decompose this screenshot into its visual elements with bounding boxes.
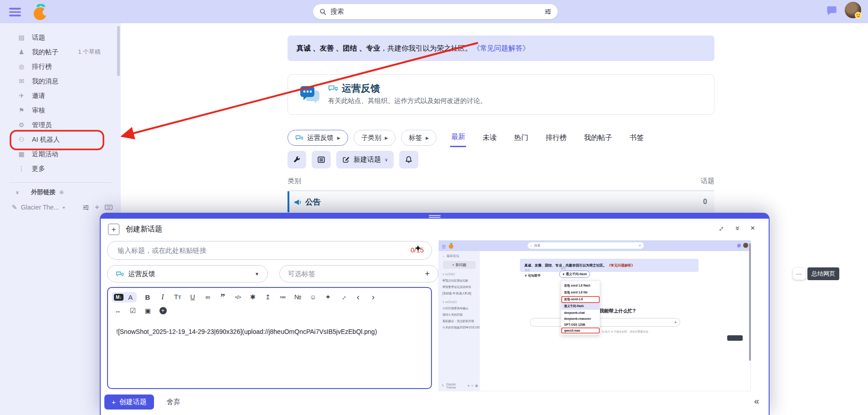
composer-editor: M↓ A BITтU∞”</>✱↥≔№☺✦↔‹› ↔☑▣+ ![SnowShot…: [107, 287, 432, 389]
banner-text: ，共建你我引以为荣之社区。: [380, 44, 472, 53]
composer-category-select[interactable]: 运营反馈 ▼: [107, 265, 268, 282]
toolbar-button-ai-helper[interactable]: ✦: [322, 291, 334, 303]
sidebar-item-icon: ✈: [15, 92, 27, 99]
create-topic-button[interactable]: + 创建话题: [104, 395, 154, 410]
nav-tab[interactable]: 排行榜: [544, 129, 568, 147]
mini-summarize-badge: [727, 335, 743, 341]
faq-link[interactable]: 《常见问题解答》: [473, 44, 529, 53]
nav-tab[interactable]: 最新: [450, 128, 466, 147]
toolbar-button-fullwidth[interactable]: ↔: [112, 305, 124, 317]
search-input[interactable]: 搜索: [313, 4, 558, 19]
mini-hamburger-icon: [442, 244, 446, 249]
toolbar-button-bold[interactable]: B: [141, 291, 154, 303]
category-filter-pill[interactable]: 运营反馈 ▶: [288, 130, 348, 146]
list-view-button[interactable]: [312, 151, 331, 169]
toolbar-button-ordered-list[interactable]: №: [292, 291, 304, 303]
mini-sidebar: ← 返回论坛 + 新问题 ∨ 11月8日 帮我总结近期论坛帖帮我整理论坛活动内容…: [439, 251, 480, 391]
new-topic-button[interactable]: 新建话题 ∨: [336, 151, 394, 169]
composer-body-textarea[interactable]: ![SnowShot_2025-12-19_14-29-23|690x326](…: [108, 321, 431, 388]
sidebar-scrollbar[interactable]: [117, 26, 120, 76]
toolbar-button-underline[interactable]: U: [186, 291, 199, 303]
sidebar-item-leaderboard[interactable]: ◎ 排行榜: [0, 59, 121, 74]
mini-chat-icon: [737, 244, 741, 247]
mini-conversation-item: 询问今天的日期: [439, 312, 480, 318]
toolbar-button-insert-more[interactable]: +: [157, 305, 169, 317]
ai-sparkle-icon[interactable]: ✦: [414, 243, 422, 254]
toolbar-button-redo[interactable]: ›: [367, 291, 379, 303]
pencil-icon: [342, 156, 350, 164]
composer-tags-select[interactable]: 可选标签 +: [279, 265, 438, 282]
toolbar-button-quote[interactable]: ”: [216, 291, 229, 303]
toolbar-button-emoji[interactable]: ☺: [307, 291, 319, 303]
nav-tab[interactable]: 热门: [513, 129, 529, 147]
more-options-icon[interactable]: ⋯: [793, 268, 806, 280]
close-button[interactable]: ×: [750, 224, 755, 233]
toolbar-button-code[interactable]: </>: [231, 291, 244, 303]
category-row-公告[interactable]: 公告 0: [288, 191, 714, 212]
toolbar-button-link[interactable]: ∞: [201, 291, 214, 303]
nav-tab[interactable]: 未读: [482, 129, 498, 147]
sidebar-item-my-posts[interactable]: ♟ 我的帖子 1 个草稿: [0, 45, 121, 59]
mini-model-option: GPT-OSS 120B: [561, 322, 600, 328]
toolbar-button-upload[interactable]: ↥: [262, 291, 274, 303]
nav-tab[interactable]: 我的帖子: [583, 129, 613, 147]
subcategory-filter-pill[interactable]: 子类别 ▶: [354, 130, 395, 146]
summarize-widget: ⋯ 总结网页: [793, 267, 839, 280]
discard-button[interactable]: 舍弃: [167, 398, 180, 406]
topic-title-input[interactable]: [107, 241, 432, 260]
category-table: 类别 话题 公告 0: [288, 177, 714, 212]
mini-role-label: 角色: [525, 269, 530, 272]
draft-count-badge: 1 个草稿: [78, 48, 101, 56]
sidebar-item-review[interactable]: ⚑ 审核: [0, 103, 121, 118]
chevron-right-icon: ▶: [337, 136, 340, 140]
topic-controls: 新建话题 ∨: [288, 151, 418, 169]
toolbar-button-minimize[interactable]: ↔: [337, 291, 349, 303]
toolbar-button-gallery[interactable]: ▣: [142, 305, 154, 317]
mini-conversation-item: 今天的日期是2025年10月19日: [439, 324, 480, 331]
uploaded-image-preview: ⌕搜索≑ ← 返回论坛 + 新问题 ∨ 11月8日 帮我总结近期论坛帖帮我整理论…: [438, 240, 751, 391]
fullscreen-button[interactable]: ↔: [717, 224, 724, 233]
mini-banner: 真诚、友善、团结、专业，共建你我引以为荣之社区。《常见问题解答》: [520, 259, 699, 272]
mini-role-select: ∨ 论坛助手: [524, 273, 541, 278]
sidebar-item-admin[interactable]: ⚙ 管理员: [0, 118, 121, 132]
preview-scrollbar[interactable]: [749, 243, 751, 361]
sidebar-item-more[interactable]: ⋮ 更多: [0, 161, 121, 176]
category-settings-button[interactable]: [288, 151, 306, 169]
search-filter-icon[interactable]: [544, 8, 551, 15]
toolbar-button-undo[interactable]: ‹: [352, 291, 364, 303]
plus-icon[interactable]: +: [95, 203, 99, 212]
minimize-button[interactable]: »: [735, 224, 740, 233]
toolbar-button-bullet-list[interactable]: ≔: [277, 291, 289, 303]
sidebar-item-my-messages[interactable]: ✉ 我的消息: [0, 74, 121, 88]
toolbar-button-task-list[interactable]: ☑: [127, 305, 139, 317]
sidebar-item-invites[interactable]: ✈ 邀请: [0, 88, 121, 103]
keyboard-icon[interactable]: [105, 205, 113, 210]
sidebar-item-topics[interactable]: ▤ 话题: [0, 30, 121, 45]
filter-icon[interactable]: [82, 204, 89, 211]
markdown-mode-button[interactable]: M↓: [114, 294, 123, 301]
composer-resize-grip[interactable]: [101, 214, 769, 219]
notification-bell-button[interactable]: [399, 151, 418, 169]
rich-text-mode-button[interactable]: A: [126, 293, 134, 301]
toolbar-button-italic[interactable]: I: [156, 291, 169, 303]
toolbar-button-footnote[interactable]: ✱: [247, 291, 259, 303]
summarize-page-button[interactable]: 总结网页: [807, 267, 839, 280]
chat-icon[interactable]: [826, 5, 838, 17]
sidebar-section-external-links[interactable]: ∨ 外部链接 ⊕: [0, 184, 121, 200]
chat-icon: [116, 271, 124, 277]
theme-switcher[interactable]: ✎ Glacier The... ▾ +: [0, 200, 121, 215]
hamburger-menu-icon[interactable]: [9, 6, 21, 17]
toolbar-button-heading[interactable]: Tт: [171, 291, 184, 303]
sidebar-item-icon: ▤: [15, 34, 27, 41]
column-topics: 话题: [701, 177, 714, 185]
collapse-preview-button[interactable]: «: [754, 396, 759, 406]
sidebar-item-icon: ✉: [15, 77, 27, 85]
nav-tab[interactable]: 书签: [629, 129, 645, 147]
sidebar-item-ai-bot[interactable]: ⚇ AI 机器人: [0, 132, 121, 147]
wrench-icon: [293, 156, 300, 163]
search-placeholder: 搜索: [330, 7, 544, 16]
sidebar-item-recent-activity[interactable]: ▦ 近期活动: [0, 147, 121, 161]
category-title[interactable]: 运营反馈: [342, 82, 380, 95]
tags-filter-pill[interactable]: 标签 ▶: [401, 130, 437, 146]
site-logo[interactable]: [33, 2, 49, 21]
